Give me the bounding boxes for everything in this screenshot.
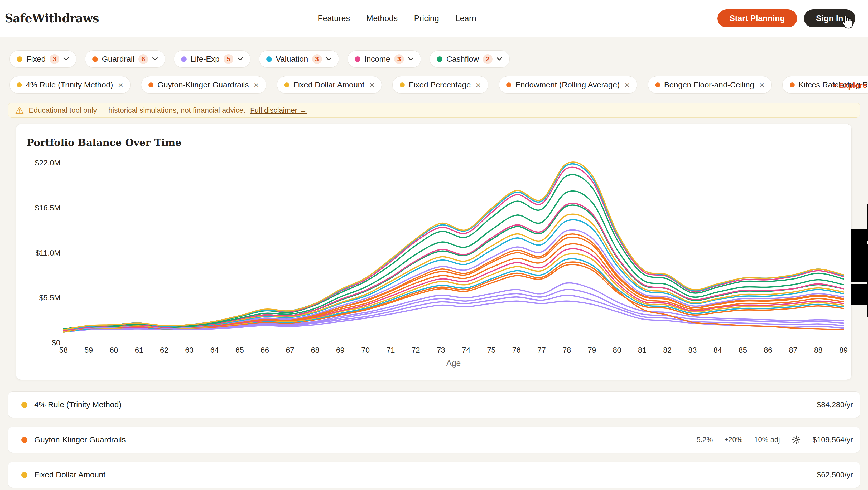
disclaimer-banner: Educational tool only — historical simul… — [8, 103, 860, 118]
method-chip[interactable]: Endowment (Rolling Average)× — [499, 76, 637, 94]
chevron-down-icon — [152, 57, 158, 61]
chevron-down-icon — [326, 57, 332, 61]
category-chip-guardrail[interactable]: Guardrail6 — [85, 50, 165, 68]
chart-series-line-16 — [64, 259, 843, 332]
category-chip-label: Valuation — [276, 55, 308, 64]
x-axis-tick-label: 80 — [613, 346, 621, 354]
scrollbar-thumb[interactable] — [851, 229, 867, 283]
result-row[interactable]: Fixed Dollar Amount$62,500/yr — [8, 462, 860, 488]
x-axis-tick-label: 85 — [739, 346, 747, 354]
x-axis-tick-label: 72 — [411, 346, 420, 354]
result-row-right: $84,280/yr — [817, 400, 853, 409]
remove-method-icon[interactable]: × — [476, 80, 481, 89]
x-axis-tick-label: 68 — [311, 346, 319, 354]
method-chip[interactable]: Bengen Floor-and-Ceiling× — [648, 76, 772, 94]
x-axis-tick-label: 76 — [512, 346, 521, 354]
method-chip[interactable]: 4% Rule (Trinity Method)× — [9, 76, 130, 94]
nav-item-pricing[interactable]: Pricing — [414, 14, 439, 23]
start-planning-button[interactable]: Start Planning — [717, 9, 797, 27]
method-dot-icon — [149, 83, 153, 88]
method-dot-icon — [506, 83, 511, 88]
chevron-down-icon — [408, 57, 414, 61]
result-method-label: Fixed Dollar Amount — [34, 470, 105, 479]
method-chip[interactable]: Fixed Dollar Amount× — [277, 76, 382, 94]
chart-series-line-09 — [64, 220, 843, 331]
x-axis-title: Age — [446, 359, 461, 368]
x-axis-tick-label: 60 — [110, 346, 118, 354]
category-dot-icon — [437, 56, 442, 62]
x-axis-tick-label: 70 — [361, 346, 370, 354]
portfolio-balance-chart: $0$5.5M$11.0M$16.5M$22.0M585960616263646… — [16, 124, 852, 380]
category-chip-label: Guardrail — [102, 55, 134, 64]
result-stat: 10% adj — [754, 436, 780, 444]
category-chip-label: Income — [364, 55, 390, 64]
x-axis-tick-label: 69 — [336, 346, 344, 354]
x-axis-tick-label: 71 — [386, 346, 395, 354]
chart-series-line-01 — [64, 162, 843, 330]
x-axis-tick-label: 74 — [462, 346, 470, 354]
explore-more-button[interactable]: + Explore — [832, 81, 867, 90]
logo[interactable]: SafeWithdraws — [5, 11, 99, 25]
method-dot-icon — [400, 83, 405, 88]
nav-item-methods[interactable]: Methods — [366, 14, 398, 23]
chart-series-line-12 — [64, 237, 843, 331]
disclaimer-text: Educational tool only — historical simul… — [29, 106, 246, 115]
full-disclaimer-link[interactable]: Full disclaimer → — [250, 106, 307, 115]
category-count-badge: 2 — [483, 54, 493, 64]
remove-method-icon[interactable]: × — [118, 80, 123, 89]
y-axis-tick-label: $16.5M — [35, 204, 60, 212]
method-chip-label: Bengen Floor-and-Ceiling — [664, 80, 754, 89]
x-axis-tick-label: 82 — [663, 346, 672, 354]
result-stat: ±20% — [724, 436, 743, 444]
hand-cursor-icon — [840, 15, 853, 30]
result-row[interactable]: Guyton-Klinger Guardrails5.2%±20%10% adj… — [8, 426, 860, 453]
result-row[interactable]: 4% Rule (Trinity Method)$84,280/yr — [8, 391, 860, 418]
result-annual-value: $84,280/yr — [817, 400, 853, 409]
category-filter-row: Fixed3Guardrail6Life-Exp5Valuation3Incom… — [9, 50, 868, 68]
remove-method-icon[interactable]: × — [759, 80, 764, 89]
remove-method-icon[interactable]: × — [254, 80, 259, 89]
x-axis-tick-label: 73 — [437, 346, 445, 354]
x-axis-tick-label: 81 — [638, 346, 647, 354]
category-count-badge: 3 — [394, 54, 404, 64]
category-dot-icon — [181, 56, 187, 62]
x-axis-tick-label: 58 — [59, 346, 68, 354]
result-row-right: $62,500/yr — [817, 470, 853, 479]
method-chip-row: 4% Rule (Trinity Method)×Guyton-Klinger … — [9, 76, 868, 94]
header: SafeWithdraws FeaturesMethodsPricingLear… — [0, 0, 868, 37]
category-dot-icon — [92, 56, 98, 62]
page: SafeWithdraws FeaturesMethodsPricingLear… — [0, 0, 868, 490]
scrollbar-track-segment[interactable] — [867, 244, 868, 318]
category-chip-income[interactable]: Income3 — [347, 50, 421, 68]
x-axis-tick-label: 65 — [236, 346, 244, 354]
method-dot-icon — [790, 83, 795, 88]
category-chip-valuation[interactable]: Valuation3 — [259, 50, 339, 68]
category-chip-life-exp[interactable]: Life-Exp5 — [174, 50, 250, 68]
method-chip[interactable]: Guyton-Klinger Guardrails× — [141, 76, 266, 94]
x-axis-tick-label: 63 — [185, 346, 193, 354]
settings-gear-icon[interactable] — [792, 435, 801, 445]
category-chip-label: Cashflow — [446, 55, 479, 64]
x-axis-tick-label: 79 — [588, 346, 596, 354]
remove-method-icon[interactable]: × — [369, 80, 374, 89]
category-dot-icon — [355, 56, 361, 62]
method-chip[interactable]: Fixed Percentage× — [392, 76, 488, 94]
chart-card: Portfolio Balance Over Time $0$5.5M$11.0… — [16, 124, 851, 380]
category-count-badge: 6 — [138, 54, 148, 64]
remove-method-icon[interactable]: × — [625, 80, 630, 89]
category-chip-fixed[interactable]: Fixed3 — [9, 50, 76, 68]
scrollbar-thumb[interactable] — [851, 284, 867, 304]
category-chip-cashflow[interactable]: Cashflow2 — [430, 50, 510, 68]
x-axis-tick-label: 83 — [688, 346, 696, 354]
header-actions: Start Planning Sign In — [717, 0, 855, 37]
method-chip-label: Endowment (Rolling Average) — [515, 80, 620, 89]
x-axis-tick-label: 89 — [839, 346, 848, 354]
nav-item-features[interactable]: Features — [318, 14, 350, 23]
x-axis-tick-label: 88 — [814, 346, 823, 354]
method-dot-icon — [21, 472, 27, 478]
warning-icon — [15, 106, 24, 115]
category-count-badge: 3 — [50, 54, 59, 64]
nav-item-learn[interactable]: Learn — [455, 14, 476, 23]
x-axis-tick-label: 78 — [562, 346, 571, 354]
scrollbar-track-segment[interactable] — [867, 204, 868, 240]
